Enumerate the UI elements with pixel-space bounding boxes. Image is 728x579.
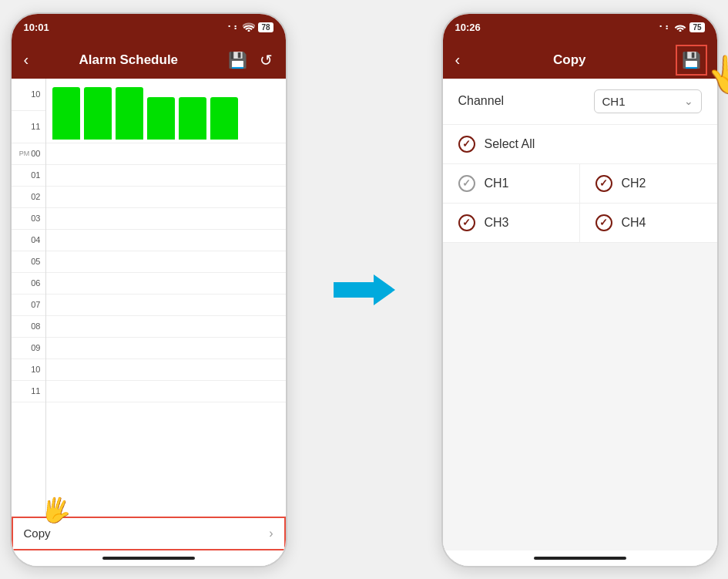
home-bar-line — [102, 557, 195, 560]
grid-row — [46, 359, 286, 381]
grid-row — [46, 295, 286, 316]
select-all-label: Select All — [485, 137, 535, 151]
time-label-04: 04 — [12, 230, 45, 251]
pm-label: PM — [19, 150, 30, 157]
phone1-save-button[interactable]: 💾 — [225, 48, 250, 72]
phone2-save-btn-area: 💾 — [676, 45, 707, 76]
time-label-03: 03 — [12, 208, 45, 230]
grid-area — [46, 79, 286, 517]
time-label-11am: 11 — [12, 111, 45, 143]
copy-bar[interactable]: Copy › — [12, 517, 286, 550]
channel-item-ch2[interactable]: ✓ CH2 — [580, 164, 717, 204]
grid-row — [46, 316, 286, 338]
phone1-time: 10:01 — [24, 22, 49, 33]
phone1-title: Alarm Schedule — [79, 52, 179, 68]
empty-space — [443, 243, 717, 550]
phone2-time: 10:26 — [455, 22, 481, 33]
green-bar-4 — [147, 97, 175, 140]
chevron-down-icon: ⌄ — [684, 95, 693, 107]
select-all-checkbox[interactable]: ✓ — [458, 136, 475, 153]
copy-screen-body: Channel CH1 ⌄ ✓ Select All — [443, 79, 717, 566]
home-bar-line-2 — [534, 557, 626, 560]
phone1-home-bar — [12, 550, 286, 566]
alarm-body: 10 11 PM00 01 02 03 04 05 06 07 08 09 10… — [12, 79, 286, 566]
grid-row — [46, 165, 286, 187]
phone1-status-icons: ⠂⠆ 78 — [227, 22, 273, 33]
select-all-row[interactable]: ✓ Select All — [443, 125, 717, 164]
ch4-label: CH4 — [622, 216, 646, 230]
time-label-07: 07 — [12, 295, 45, 316]
green-bar-1 — [52, 87, 80, 140]
phone1: 10:01 ⠂⠆ 78 ‹ Al — [10, 12, 287, 567]
ch4-checkbox[interactable]: ✓ — [595, 214, 612, 231]
time-label-10am: 10 — [12, 79, 45, 111]
grid-row — [46, 251, 286, 273]
grid-row — [46, 230, 286, 251]
phone1-header-actions: 💾 ↺ — [225, 48, 276, 72]
green-bar-6 — [210, 97, 238, 140]
blue-arrow — [334, 274, 395, 305]
grid-row — [46, 187, 286, 208]
channel-item-ch3[interactable]: ✓ CH3 — [443, 204, 580, 243]
phone1-wrapper: 10:01 ⠂⠆ 78 ‹ Al — [10, 12, 287, 567]
green-bar-2 — [84, 87, 112, 140]
ch1-checkmark-icon: ✓ — [462, 177, 471, 189]
time-label-11pm: 11 — [12, 381, 45, 402]
ch4-checkmark-icon: ✓ — [599, 217, 608, 228]
arrow-container — [334, 274, 395, 305]
phone2-save-highlighted[interactable]: 💾 — [676, 45, 707, 76]
pm-grid — [46, 143, 286, 517]
phone1-back-button[interactable]: ‹ — [21, 48, 32, 72]
ch3-checkbox[interactable]: ✓ — [458, 214, 475, 231]
channel-label: Channel — [458, 94, 594, 108]
svg-marker-0 — [334, 274, 395, 305]
grid-row — [46, 338, 286, 359]
channel-item-ch1[interactable]: ✓ CH1 — [443, 164, 580, 204]
grid-row — [46, 273, 286, 295]
copy-bar-chevron: › — [269, 527, 273, 540]
phone2-title: Copy — [553, 52, 586, 68]
phone2-wrapper: 10:26 ⠂⠆ 75 ‹ Copy — [441, 12, 719, 567]
channels-grid: ✓ CH1 ✓ CH2 — [443, 164, 717, 243]
phone1-refresh-button[interactable]: ↺ — [257, 48, 276, 72]
phone1-app-header: ‹ Alarm Schedule 💾 ↺ — [12, 42, 286, 79]
grid-row — [46, 143, 286, 165]
channel-item-ch4[interactable]: ✓ CH4 — [580, 204, 717, 243]
phone2-wifi-icon — [674, 22, 686, 33]
phone2-save-button[interactable]: 💾 — [679, 48, 704, 72]
channel-row: Channel CH1 ⌄ — [443, 79, 717, 125]
grid-row — [46, 381, 286, 402]
checkmark-icon: ✓ — [462, 138, 471, 150]
time-label-05: 05 — [12, 251, 45, 273]
phone2-battery-icon: 75 — [689, 22, 704, 32]
phone2-app-header: ‹ Copy 💾 — [443, 42, 717, 79]
green-bar-5 — [179, 97, 206, 140]
ch3-label: CH3 — [485, 216, 509, 230]
ch1-checkbox[interactable]: ✓ — [458, 175, 475, 192]
ch1-label: CH1 — [485, 177, 509, 190]
copy-bar-label: Copy — [24, 527, 51, 540]
phone2-back-button[interactable]: ‹ — [452, 48, 464, 72]
green-bar-3 — [116, 87, 143, 140]
signal-icon: ⠂⠆ — [227, 22, 240, 32]
time-label-09: 09 — [12, 338, 45, 359]
channel-dropdown[interactable]: CH1 ⌄ — [594, 89, 702, 113]
time-labels: 10 11 PM00 01 02 03 04 05 06 07 08 09 10… — [12, 79, 46, 517]
battery-icon: 78 — [258, 22, 273, 32]
ch2-checkmark-icon: ✓ — [599, 177, 608, 189]
phone2: 10:26 ⠂⠆ 75 ‹ Copy — [441, 12, 719, 567]
phone2-status-icons: ⠂⠆ 75 — [659, 22, 704, 33]
phone2-home-bar — [443, 550, 717, 566]
ch2-checkbox[interactable]: ✓ — [595, 175, 612, 192]
ch2-label: CH2 — [622, 177, 646, 190]
schedule-grid: 10 11 PM00 01 02 03 04 05 06 07 08 09 10… — [12, 79, 286, 517]
phone2-status-bar: 10:26 ⠂⠆ 75 — [443, 14, 717, 42]
phone1-status-bar: 10:01 ⠂⠆ 78 — [12, 14, 286, 42]
copy-content: Channel CH1 ⌄ ✓ Select All — [443, 79, 717, 243]
time-label-10pm: 10 — [12, 359, 45, 381]
ch3-checkmark-icon: ✓ — [462, 217, 471, 228]
grid-row — [46, 208, 286, 230]
channel-dropdown-value: CH1 — [602, 95, 626, 108]
time-label-01: 01 — [12, 165, 45, 187]
scene: 10:01 ⠂⠆ 78 ‹ Al — [0, 0, 728, 579]
